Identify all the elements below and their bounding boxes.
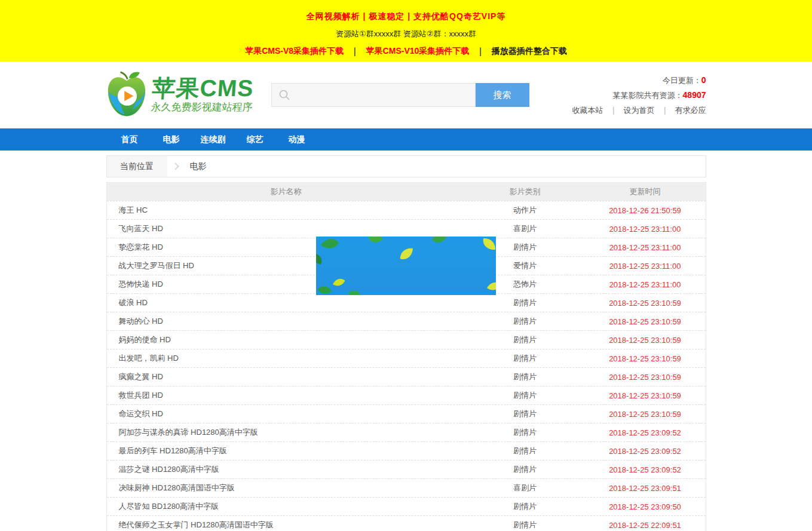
movie-category-link[interactable]: 剧情片 [465,372,585,382]
total-resources-value: 48907 [683,90,706,100]
movie-category-link[interactable]: 剧情片 [465,446,585,456]
bookmark-site-link[interactable]: 收藏本站 [572,106,603,115]
breadcrumb: 当前位置 电影 [106,155,706,177]
today-update-stat: 今日更新：0 [572,73,706,88]
movie-name-link[interactable]: 破浪 HD [107,297,465,308]
movie-name-link[interactable]: 出发吧，凯莉 HD [107,353,465,364]
movie-update-time: 2018-12-25 23:10:59 [585,336,706,345]
movie-category-link[interactable]: 剧情片 [465,520,585,530]
table-row: 温莎之谜 HD1280高清中字版 剧情片 2018-12-25 23:09:52 [107,460,706,478]
movie-update-time: 2018-12-25 23:10:59 [585,391,706,400]
site-logo[interactable]: 苹果CMS 永久免费影视建站程序 [106,70,253,119]
movie-category-link[interactable]: 剧情片 [465,353,585,364]
nav-item[interactable]: 电影 [151,128,192,151]
movie-update-time: 2018-12-25 23:09:52 [585,428,706,437]
movie-update-time: 2018-12-25 23:09:50 [585,502,706,511]
separator: ｜ [476,46,485,56]
table-row: 人尽皆知 BD1280高清中字版 剧情片 2018-12-25 23:09:50 [107,497,706,515]
movie-category-link[interactable]: 剧情片 [465,297,585,308]
link-v10-plugin[interactable]: 苹果CMS-V10采集插件下载 [366,46,470,56]
column-header-category: 影片类别 [465,186,585,197]
table-row: 救世兵团 HD 剧情片 2018-12-25 23:10:59 [107,386,706,404]
movie-update-time: 2018-12-26 21:50:59 [585,206,706,215]
nav-item[interactable]: 综艺 [234,128,276,151]
search-input[interactable] [271,83,476,107]
search-button[interactable]: 搜索 [476,83,529,107]
movie-update-time: 2018-12-25 23:11:00 [585,225,706,234]
column-header-name: 影片名称 [107,186,465,197]
today-update-label: 今日更新： [663,76,701,85]
separator: ｜ [661,106,669,115]
movie-name-link[interactable]: 绝代偃师之玉女掌门 HD1280高清国语中字版 [107,520,465,530]
link-v8-plugin[interactable]: 苹果CMS-V8采集插件下载 [245,46,344,56]
movie-name-link[interactable]: 人尽皆知 BD1280高清中字版 [107,501,465,512]
table-row: 阿加莎与谋杀的真谛 HD1280高清中字版 剧情片 2018-12-25 23:… [107,423,706,441]
movie-category-link[interactable]: 喜剧片 [465,223,585,234]
movie-update-time: 2018-12-25 22:09:51 [585,521,706,530]
movie-update-time: 2018-12-25 23:10:59 [585,354,706,363]
movie-category-link[interactable]: 剧情片 [465,464,585,475]
movie-category-link[interactable]: 喜剧片 [465,483,585,493]
movie-category-link[interactable]: 剧情片 [465,501,585,512]
header-quick-links: 收藏本站 ｜ 设为首页 ｜ 有求必应 [572,103,706,118]
search-icon [278,89,290,103]
movie-category-link[interactable]: 剧情片 [465,334,585,345]
movie-name-link[interactable]: 疯癫之翼 HD [107,372,465,382]
movie-name-link[interactable]: 妈妈的使命 HD [107,334,465,345]
movie-category-link[interactable]: 剧情片 [465,390,585,401]
site-header: 苹果CMS 永久免费影视建站程序 搜索 今日更新：0 某某影院共有资源：4890… [106,62,706,128]
column-header-time: 更新时间 [585,186,706,197]
announcement-banner: 全网视频解析 | 极速稳定 | 支持优酷QQ奇艺VIP等 资源站①群xxxxx群… [0,0,812,62]
movie-table-header: 影片名称 影片类别 更新时间 [107,183,706,201]
table-row: 出发吧，凯莉 HD 剧情片 2018-12-25 23:10:59 [107,349,706,367]
set-homepage-link[interactable]: 设为首页 [624,106,655,115]
table-row: 最后的列车 HD1280高清中字版 剧情片 2018-12-25 23:09:5… [107,441,706,460]
movie-name-link[interactable]: 命运交织 HD [107,409,465,419]
nav-item[interactable]: 首页 [109,128,151,151]
total-resources-stat: 某某影院共有资源：48907 [572,88,706,103]
movie-update-time: 2018-12-25 23:09:52 [585,465,706,474]
movie-name-link[interactable]: 阿加莎与谋杀的真谛 HD1280高清中字版 [107,427,465,438]
movie-category-link[interactable]: 剧情片 [465,316,585,327]
table-row: 飞向蓝天 HD 喜剧片 2018-12-25 23:11:00 [107,219,706,238]
table-row: 破浪 HD 剧情片 2018-12-25 23:10:59 [107,293,706,312]
logo-subtitle: 永久免费影视建站程序 [150,102,252,113]
movie-name-link[interactable]: 救世兵团 HD [107,390,465,401]
movie-update-time: 2018-12-25 23:09:52 [585,447,706,456]
movie-table: 影片名称 影片类别 更新时间 海王 HC 动作片 2018-12-26 21:5… [106,182,706,531]
nav-item[interactable]: 动漫 [276,128,318,151]
movie-name-link[interactable]: 舞动的心 HD [107,316,465,327]
link-player-plugin[interactable]: 播放器插件整合下载 [492,46,567,56]
movie-category-link[interactable]: 动作片 [465,205,585,216]
breadcrumb-current[interactable]: 电影 [190,161,207,172]
movie-name-link[interactable]: 温莎之谜 HD1280高清中字版 [107,464,465,475]
movie-update-time: 2018-12-25 23:10:59 [585,299,706,308]
movie-name-link[interactable]: 飞向蓝天 HD [107,223,465,234]
table-row: 绝代偃师之玉女掌门 HD1280高清国语中字版 剧情片 2018-12-25 2… [107,515,706,531]
movie-update-time: 2018-12-25 23:09:51 [585,484,706,493]
movie-name-link[interactable]: 海王 HC [107,205,465,216]
table-row: 妈妈的使命 HD 剧情片 2018-12-25 23:10:59 [107,330,706,349]
separator: ｜ [609,106,617,115]
movie-update-time: 2018-12-25 23:11:00 [585,262,706,271]
table-row: 舞动的心 HD 剧情片 2018-12-25 23:10:59 [107,312,706,330]
movie-update-time: 2018-12-25 23:11:00 [585,280,706,289]
nav-item[interactable]: 连续剧 [192,128,234,151]
floating-ad-image[interactable] [316,237,496,295]
logo-title: 苹果CMS [151,76,255,100]
movie-category-link[interactable]: 剧情片 [465,427,585,438]
movie-name-link[interactable]: 最后的列车 HD1280高清中字版 [107,446,465,456]
today-update-value: 0 [701,75,706,85]
movie-category-link[interactable]: 剧情片 [465,409,585,419]
total-resources-label: 某某影院共有资源： [613,91,683,100]
site-stats: 今日更新：0 某某影院共有资源：48907 收藏本站 ｜ 设为首页 ｜ 有求必应 [572,73,706,118]
table-row: 海王 HC 动作片 2018-12-26 21:50:59 [107,201,706,219]
movie-name-link[interactable]: 决味厨神 HD1280高清国语中字版 [107,483,465,493]
table-row: 命运交织 HD 剧情片 2018-12-25 23:10:59 [107,404,706,423]
movie-update-time: 2018-12-25 23:10:59 [585,373,706,382]
request-link[interactable]: 有求必应 [675,106,706,115]
table-row: 决味厨神 HD1280高清国语中字版 喜剧片 2018-12-25 23:09:… [107,478,706,497]
movie-update-time: 2018-12-25 23:10:59 [585,317,706,326]
nav-items: 首页电影连续剧综艺动漫 [106,128,706,151]
table-row: 疯癫之翼 HD 剧情片 2018-12-25 23:10:59 [107,367,706,386]
